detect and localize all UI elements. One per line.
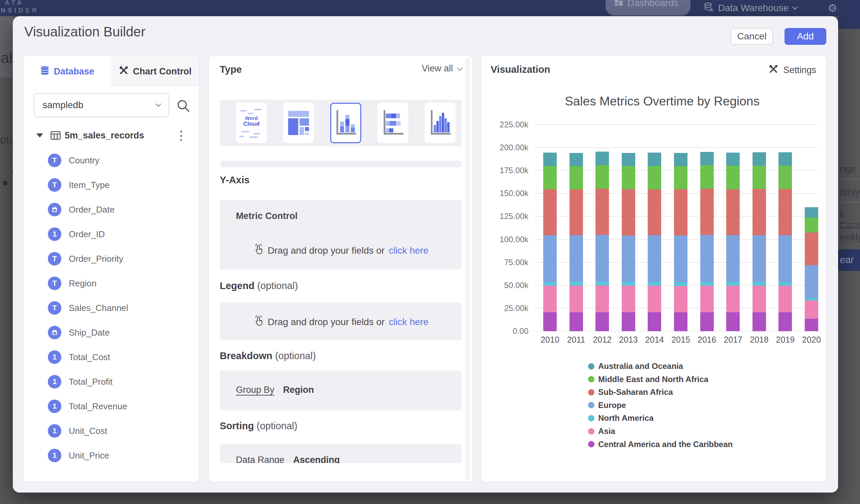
bar-segment (778, 235, 792, 282)
bar-segment (674, 286, 687, 313)
x-axis-tick-label: 2018 (744, 335, 774, 345)
field-label: Order_Date (69, 204, 115, 215)
word-cloud-icon: WordCloud (238, 106, 265, 140)
gridline (535, 124, 818, 125)
field-item-unit_cost[interactable]: 1Unit_Cost (24, 424, 199, 439)
tab-database[interactable]: Database (24, 56, 111, 87)
field-item-order_priority[interactable]: TOrder_Priority (24, 252, 199, 267)
search-button[interactable] (176, 98, 191, 113)
bar-segment (622, 153, 635, 166)
sorting-field-control[interactable]: Data Range (236, 455, 284, 463)
bar-segment (674, 189, 687, 235)
stacked-bar-chart: 225.00k200.00k175.00k150.00k125.00k100.0… (481, 56, 826, 482)
bar-segment (543, 235, 557, 282)
field-item-sales_channel[interactable]: TSales_Channel (24, 301, 199, 316)
legend-item: Asia (588, 426, 615, 436)
field-item-country[interactable]: TCountry (24, 154, 199, 169)
field-label: Unit_Price (69, 450, 109, 461)
bar-segment (778, 152, 792, 166)
database-select[interactable]: sampledb (34, 93, 169, 117)
bar-segment (570, 282, 583, 286)
legend-dropzone[interactable]: Drag and drop your fields or click here (220, 303, 462, 340)
bar-segment (674, 235, 687, 282)
field-type-number-icon: 1 (48, 424, 61, 438)
chart-type-stacked-bar[interactable] (377, 103, 408, 143)
bar-segment (778, 312, 792, 331)
field-label: Total_Profit (69, 377, 113, 387)
bar-segment (805, 207, 818, 218)
field-item-region[interactable]: TRegion (24, 277, 199, 291)
bar-segment (726, 286, 740, 312)
chart-type-column[interactable] (425, 103, 456, 143)
chart-type-word-cloud[interactable]: WordCloud (236, 103, 267, 143)
bar-segment (596, 189, 609, 235)
legend-label: Central America and the Caribbean (598, 440, 733, 449)
tab-database-label: Database (54, 66, 94, 77)
legend-label: North America (598, 413, 654, 423)
metric-control-dropzone[interactable]: Metric Control Drag and drop your fields… (220, 200, 462, 270)
legend-click-here-link[interactable]: click here (389, 317, 428, 328)
bar-segment (726, 312, 740, 331)
bar-segment (570, 286, 583, 312)
stacked-bar-2016 (700, 152, 714, 331)
bar-segment (543, 153, 557, 166)
background-band (0, 16, 13, 78)
bar-segment (726, 282, 740, 286)
field-item-total_revenue[interactable]: 1Total_Revenue (24, 400, 199, 414)
field-label: Ship_Date (69, 328, 110, 338)
field-type-number-icon: 1 (48, 400, 61, 413)
table-options-menu-icon[interactable] (176, 130, 186, 142)
add-button[interactable]: Add (785, 28, 826, 45)
background-list-row: nge (840, 164, 856, 175)
field-type-text-icon: T (48, 154, 61, 167)
bar-segment (752, 282, 766, 286)
legend-dot (588, 428, 594, 435)
bar-segment (622, 312, 635, 331)
bar-segment (622, 282, 635, 286)
bar-segment (726, 153, 740, 166)
stacked-bar-2015 (674, 153, 687, 331)
bar-segment (570, 189, 583, 235)
chart-type-stacked-column[interactable] (330, 103, 361, 143)
tab-chart-control[interactable]: Chart Control (111, 56, 199, 87)
field-item-unit_price[interactable]: 1Unit_Price (24, 449, 199, 464)
field-item-item_type[interactable]: TItem_Type (24, 178, 199, 193)
bar-segment (805, 301, 818, 318)
field-type-text-icon: T (48, 277, 61, 290)
breakdown-heading: Breakdown (optional) (220, 350, 316, 361)
bar-segment (700, 312, 714, 331)
background-row-divider (838, 179, 860, 179)
nav-data-warehouse[interactable]: Data Warehouse (704, 0, 797, 16)
chevron-down-icon (457, 65, 463, 71)
view-all-dropdown[interactable]: View all (384, 63, 462, 74)
tree-expander-caret-icon[interactable] (37, 133, 43, 138)
legend-label: Europe (598, 401, 626, 410)
x-axis-tick-label: 2020 (796, 335, 827, 345)
bar-segment (726, 166, 740, 189)
sorting-dropzone[interactable]: Data Range Ascending (220, 444, 462, 463)
bar-segment (596, 235, 609, 282)
drag-drop-text: Drag and drop your fields or (268, 245, 385, 256)
metric-click-here-link[interactable]: click here (389, 245, 428, 256)
field-item-ship_date[interactable]: Ship_Date (24, 326, 199, 341)
table-node[interactable]: 5m_sales_records (24, 128, 199, 143)
bar-segment (596, 285, 609, 312)
stacked-bar-2012 (596, 152, 609, 331)
field-item-order_id[interactable]: 1Order_ID (24, 227, 199, 242)
cancel-button[interactable]: Cancel (731, 28, 773, 45)
field-item-total_profit[interactable]: 1Total_Profit (24, 375, 199, 390)
y-axis-tick-label: 150.00k (485, 189, 528, 198)
nav-dashboards[interactable]: Dashboards (605, 0, 690, 15)
legend-item: North America (588, 413, 654, 423)
field-item-order_date[interactable]: Order_Date (24, 203, 199, 218)
chart-type-treemap[interactable] (283, 103, 314, 143)
vertical-scrollbar[interactable] (465, 58, 470, 480)
x-axis-tick-label: 2019 (770, 335, 800, 345)
legend-item: Australia and Oceania (588, 361, 683, 371)
group-by-control[interactable]: Group By (236, 385, 274, 395)
horizontal-scrollbar[interactable] (220, 161, 462, 168)
breakdown-dropzone[interactable]: Group By Region (220, 371, 462, 411)
x-axis-tick-label: 2014 (639, 335, 670, 345)
field-item-total_cost[interactable]: 1Total_Cost (24, 350, 199, 365)
stacked-bar-2017 (726, 153, 740, 331)
